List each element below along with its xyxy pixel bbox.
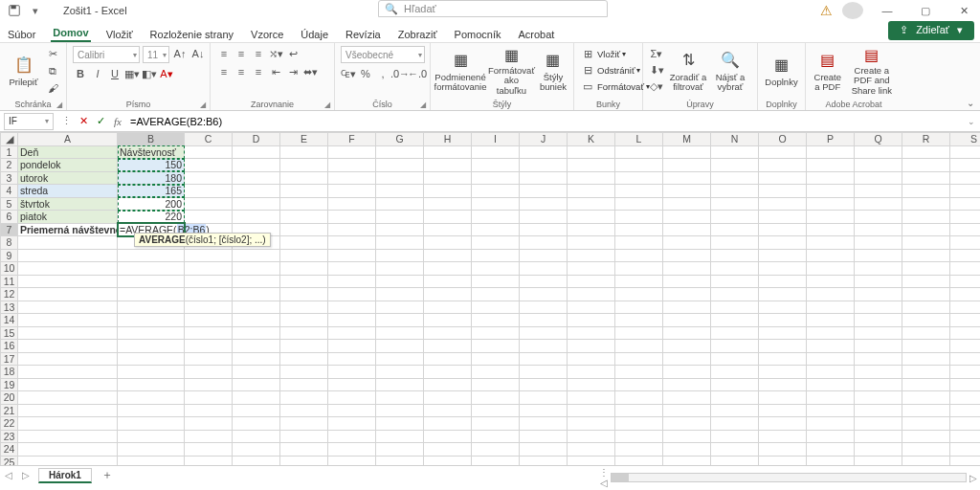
- name-box[interactable]: IF▾: [4, 113, 54, 130]
- autosum-button[interactable]: Σ▾: [649, 46, 664, 61]
- hscroll-right-icon[interactable]: ▷: [967, 473, 980, 483]
- row-header[interactable]: 3: [1, 171, 18, 185]
- copy-button[interactable]: ⧉: [45, 63, 60, 78]
- borders-button[interactable]: ▦▾: [124, 66, 140, 81]
- col-header[interactable]: E: [280, 133, 328, 146]
- clear-button[interactable]: ◇▾: [649, 78, 664, 94]
- orientation-icon[interactable]: ⤭▾: [268, 46, 283, 61]
- col-header[interactable]: H: [424, 133, 472, 146]
- col-header[interactable]: N: [711, 133, 759, 146]
- cell[interactable]: Priemerná návštevnosť: [18, 223, 118, 236]
- hscroll-thumb[interactable]: [612, 474, 629, 481]
- col-header[interactable]: M: [663, 133, 711, 146]
- col-header[interactable]: L: [615, 133, 663, 146]
- account-avatar[interactable]: [842, 2, 863, 19]
- number-format-select[interactable]: Všeobecné▾: [341, 46, 425, 63]
- cell[interactable]: piatok: [18, 211, 118, 224]
- align-right-icon[interactable]: ≡: [251, 64, 266, 79]
- row-header[interactable]: 1: [1, 145, 18, 159]
- create-pdf-share-button[interactable]: ▤Create a PDF and Share link: [848, 46, 896, 96]
- addins-button[interactable]: ▦Doplnky: [764, 46, 799, 96]
- font-launcher-icon[interactable]: ◢: [200, 100, 206, 109]
- tab-layout[interactable]: Rozloženie strany: [148, 29, 235, 42]
- col-header[interactable]: I: [472, 133, 520, 146]
- warning-icon[interactable]: ⚠: [820, 3, 833, 18]
- col-header[interactable]: B: [118, 133, 185, 146]
- cell[interactable]: 150: [118, 159, 185, 172]
- col-header[interactable]: Q: [855, 133, 902, 146]
- row-header[interactable]: 4: [1, 185, 18, 198]
- alignment-launcher-icon[interactable]: ◢: [324, 100, 330, 109]
- close-button[interactable]: ✕: [947, 0, 980, 21]
- create-pdf-button[interactable]: ▤Create a PDF: [812, 46, 844, 96]
- hscroll-left-icon[interactable]: ⋮ ◁: [597, 467, 611, 488]
- tab-data[interactable]: Údaje: [299, 29, 330, 42]
- cell[interactable]: štvrtok: [18, 197, 118, 211]
- paste-button[interactable]: 📋 Prilepiť: [6, 46, 41, 96]
- row-header[interactable]: 5: [1, 197, 18, 211]
- cell[interactable]: 165: [118, 185, 185, 198]
- sheet-nav-next[interactable]: ▷: [17, 470, 34, 480]
- cell[interactable]: 180: [118, 171, 185, 185]
- tab-help[interactable]: Pomocník: [453, 29, 503, 42]
- col-header[interactable]: K: [568, 133, 615, 146]
- cell[interactable]: Návštevnosť: [118, 145, 185, 159]
- col-header[interactable]: D: [233, 133, 280, 146]
- merge-button[interactable]: ⬌▾: [302, 64, 318, 79]
- decrease-font-icon[interactable]: A↓: [190, 46, 206, 61]
- increase-decimal-icon[interactable]: .0→: [392, 66, 408, 81]
- minimize-button[interactable]: —: [871, 0, 903, 21]
- qat-overflow[interactable]: ▾: [27, 2, 44, 19]
- number-launcher-icon[interactable]: ◢: [420, 100, 426, 109]
- format-cells-button[interactable]: ▭Formátovať▾: [580, 78, 650, 94]
- tab-home[interactable]: Domov: [51, 27, 90, 42]
- tab-formulas[interactable]: Vzorce: [249, 29, 285, 42]
- fill-color-button[interactable]: ◧▾: [142, 66, 157, 81]
- sort-filter-button[interactable]: ⇅Zoradiť a filtrovať: [668, 46, 708, 96]
- insert-function-icon[interactable]: fx: [109, 113, 126, 130]
- comma-format-icon[interactable]: ,: [375, 66, 390, 81]
- col-header[interactable]: P: [807, 133, 855, 146]
- spreadsheet-grid[interactable]: ◢ A B C D E F G H I J K L M N O P Q R S …: [0, 132, 980, 465]
- accounting-format-icon[interactable]: ₠▾: [341, 66, 356, 81]
- cell[interactable]: 220: [118, 211, 185, 224]
- insert-cells-button[interactable]: ⊞Vložiť▾: [580, 46, 650, 61]
- row-header[interactable]: 7: [1, 223, 18, 236]
- new-sheet-button[interactable]: ＋: [98, 467, 117, 483]
- row-header[interactable]: 6: [1, 211, 18, 224]
- underline-button[interactable]: U: [107, 66, 122, 81]
- fill-button[interactable]: ⬇▾: [649, 62, 664, 78]
- increase-font-icon[interactable]: A↑: [172, 46, 188, 61]
- percent-format-icon[interactable]: %: [358, 66, 373, 81]
- decrease-decimal-icon[interactable]: ←.0: [410, 66, 425, 81]
- font-size-select[interactable]: 11▾: [143, 46, 169, 63]
- font-family-select[interactable]: Calibri▾: [73, 46, 140, 63]
- col-header[interactable]: F: [328, 133, 376, 146]
- tab-acrobat[interactable]: Acrobat: [516, 29, 556, 42]
- format-as-table-button[interactable]: ▦Formátovať ako tabuľku: [488, 46, 535, 96]
- find-select-button[interactable]: 🔍Nájsť a vybrať: [712, 46, 748, 96]
- enter-formula-icon[interactable]: ✓: [92, 113, 109, 130]
- collapse-ribbon-icon[interactable]: ⌄: [967, 98, 974, 108]
- format-painter-button[interactable]: 🖌: [45, 80, 60, 96]
- namebox-split-icon[interactable]: ⋮: [57, 113, 75, 130]
- cell[interactable]: pondelok: [18, 159, 118, 172]
- cell[interactable]: streda: [18, 185, 118, 198]
- indent-inc-icon[interactable]: ⇥: [285, 64, 301, 79]
- bold-button[interactable]: B: [73, 66, 88, 81]
- clipboard-launcher-icon[interactable]: ◢: [56, 100, 62, 109]
- col-header[interactable]: S: [950, 133, 981, 146]
- align-left-icon[interactable]: ≡: [216, 64, 232, 79]
- wrap-text-icon[interactable]: ↩: [285, 46, 301, 61]
- delete-cells-button[interactable]: ⊟Odstrániť▾: [580, 62, 650, 78]
- row-header[interactable]: 2: [1, 159, 18, 172]
- share-button[interactable]: ⇪Zdieľať▾: [888, 21, 974, 40]
- cut-button[interactable]: ✂: [45, 46, 60, 61]
- cell[interactable]: utorok: [18, 171, 118, 185]
- select-all-corner[interactable]: ◢: [1, 133, 18, 146]
- italic-button[interactable]: I: [90, 66, 105, 81]
- tab-view[interactable]: Zobraziť: [396, 29, 439, 42]
- save-icon[interactable]: [8, 4, 21, 17]
- col-header[interactable]: O: [759, 133, 807, 146]
- col-header[interactable]: J: [520, 133, 568, 146]
